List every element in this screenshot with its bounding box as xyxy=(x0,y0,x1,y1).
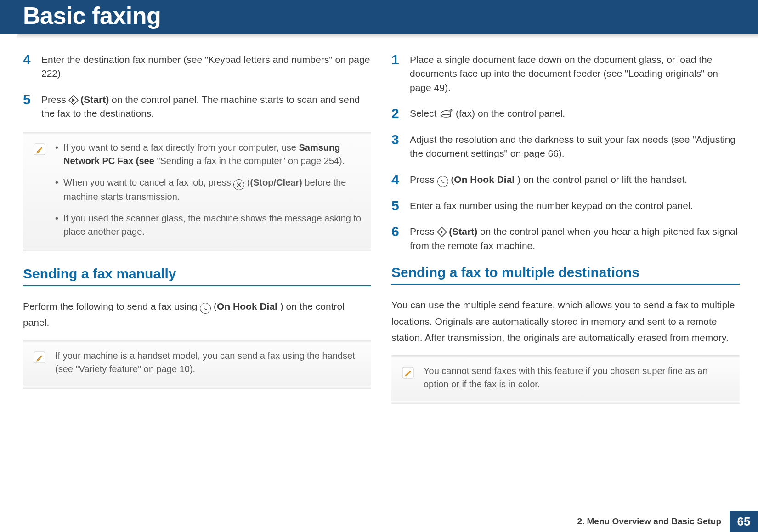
step-text: Press (Start) on the control panel. The … xyxy=(41,93,371,121)
paragraph: You can use the multiple send feature, w… xyxy=(391,297,740,346)
note-item: When you want to cancel a fax job, press… xyxy=(55,176,362,204)
step-bold: On Hook Dial xyxy=(454,174,515,185)
step-text: Press (On Hook Dial ) on the control pan… xyxy=(410,173,740,187)
step-text: Place a single document face down on the… xyxy=(410,53,740,95)
note-text: If you used the scanner glass, the machi… xyxy=(63,213,361,237)
para-segment: Perform the following to send a fax usin… xyxy=(23,301,200,311)
page-footer: 2. Menu Overview and Basic Setup 65 xyxy=(577,511,758,532)
step-text-segment: Enter the destination fax number (see "K… xyxy=(41,54,370,79)
on-hook-dial-icon xyxy=(200,303,211,314)
note-pencil-icon xyxy=(402,366,414,379)
note-item: If you used the scanner glass, the machi… xyxy=(55,212,362,238)
step-number: 5 xyxy=(23,93,33,107)
step-number: 5 xyxy=(391,199,402,213)
chapter-label: 2. Menu Overview and Basic Setup xyxy=(577,511,730,532)
step-text: Press (Start) on the control panel when … xyxy=(410,225,740,253)
step-bold: (Start) xyxy=(449,226,477,237)
page-header: Basic faxing xyxy=(0,0,758,39)
note-text: When you want to cancel a fax job, press xyxy=(63,177,233,187)
step-item: 6 Press (Start) on the control panel whe… xyxy=(391,225,740,253)
note-box: If your machine is a handset model, you … xyxy=(23,341,371,386)
step-item: 3 Adjust the resolution and the darkness… xyxy=(391,133,740,161)
step-text-segment: Adjust the resolution and the darkness t… xyxy=(410,134,735,158)
note-bold: (Stop/Clear) xyxy=(250,177,302,187)
note-item: If you want to send a fax directly from … xyxy=(55,141,362,168)
stop-clear-icon xyxy=(233,179,244,190)
note-text: If your machine is a handset model, you … xyxy=(55,349,362,376)
step-text: Enter a fax number using the number keyp… xyxy=(410,199,740,213)
note-text: You cannot send faxes with this feature … xyxy=(424,364,730,391)
on-hook-dial-icon xyxy=(437,176,448,187)
step-item: 5 Press (Start) on the control panel. Th… xyxy=(23,93,371,121)
para-segment: ( xyxy=(214,301,217,311)
note-pencil-icon xyxy=(33,143,46,156)
note-list: If you want to send a fax directly from … xyxy=(55,141,362,238)
left-column: 4 Enter the destination fax number (see … xyxy=(23,53,371,419)
step-number: 6 xyxy=(391,225,402,238)
step-text-segment: (fax) on the control panel. xyxy=(456,108,565,119)
step-text: Enter the destination fax number (see "K… xyxy=(41,53,371,81)
header-accent-tab xyxy=(0,0,17,34)
start-icon xyxy=(69,96,78,105)
step-bold: (Start) xyxy=(80,94,109,105)
step-item: 4 Press (On Hook Dial ) on the control p… xyxy=(391,173,740,187)
step-text-segment: ) on the control panel or lift the hands… xyxy=(517,174,687,185)
note-pencil-icon xyxy=(33,351,46,364)
note-box: You cannot send faxes with this feature … xyxy=(391,356,740,401)
step-number: 3 xyxy=(391,133,402,147)
step-text-segment: Enter a fax number using the number keyp… xyxy=(410,200,693,211)
step-item: 4 Enter the destination fax number (see … xyxy=(23,53,371,81)
step-text-segment: Place a single document face down on the… xyxy=(410,54,718,93)
step-text-segment: Press xyxy=(41,94,69,105)
step-text-segment: Press xyxy=(410,226,437,237)
page-columns: 4 Enter the destination fax number (see … xyxy=(0,53,758,419)
step-text-segment: Press xyxy=(410,174,437,185)
step-item: 2 Select (fax) on the control panel. xyxy=(391,107,740,120)
fax-icon xyxy=(439,108,453,119)
note-box: If you want to send a fax directly from … xyxy=(23,133,371,249)
svg-point-2 xyxy=(441,114,451,117)
start-icon xyxy=(437,227,447,237)
page-number: 65 xyxy=(730,511,758,532)
step-text: Adjust the resolution and the darkness t… xyxy=(410,133,740,161)
step-item: 1 Place a single document face down on t… xyxy=(391,53,740,95)
paragraph: Perform the following to send a fax usin… xyxy=(23,298,371,331)
note-text: If you want to send a fax directly from … xyxy=(63,142,299,153)
header-underline xyxy=(17,34,758,39)
step-number: 4 xyxy=(23,53,33,67)
step-item: 5 Enter a fax number using the number ke… xyxy=(391,199,740,213)
section-heading-multiple: Sending a fax to multiple destinations xyxy=(391,265,740,285)
step-text-segment: Select xyxy=(410,108,439,119)
step-number: 1 xyxy=(391,53,402,67)
step-number: 2 xyxy=(391,107,402,120)
page-title: Basic faxing xyxy=(17,0,758,34)
note-text: "Sending a fax in the computer" on page … xyxy=(157,156,345,166)
para-bold: On Hook Dial xyxy=(217,301,277,311)
right-column: 1 Place a single document face down on t… xyxy=(391,53,740,419)
step-number: 4 xyxy=(391,173,402,187)
step-text: Select (fax) on the control panel. xyxy=(410,107,740,120)
section-heading-manual: Sending a fax manually xyxy=(23,266,371,286)
